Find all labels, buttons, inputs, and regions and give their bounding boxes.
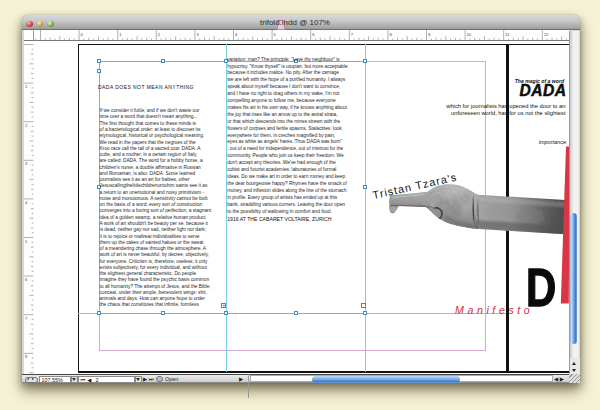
svg-text:6: 6 xyxy=(312,32,315,37)
svg-text:7: 7 xyxy=(25,315,28,320)
svg-text:8: 8 xyxy=(389,32,392,37)
svg-text:7: 7 xyxy=(350,32,353,37)
svg-text:12: 12 xyxy=(543,32,548,37)
svg-text:9: 9 xyxy=(428,32,431,37)
svg-text:3: 3 xyxy=(196,32,199,37)
svg-text:1: 1 xyxy=(119,32,122,37)
svg-text:10: 10 xyxy=(466,32,471,37)
svg-text:0: 0 xyxy=(80,32,83,37)
svg-text:11: 11 xyxy=(505,32,510,37)
svg-text:5: 5 xyxy=(273,32,276,37)
svg-text:5: 5 xyxy=(25,238,28,243)
svg-text:3: 3 xyxy=(25,161,28,166)
svg-text:8: 8 xyxy=(25,354,28,359)
svg-text:6: 6 xyxy=(25,277,28,282)
svg-text:1: 1 xyxy=(25,84,28,89)
svg-text:4: 4 xyxy=(235,32,238,37)
svg-text:2: 2 xyxy=(25,122,28,127)
svg-text:2: 2 xyxy=(157,32,160,37)
svg-text:4: 4 xyxy=(25,199,28,204)
